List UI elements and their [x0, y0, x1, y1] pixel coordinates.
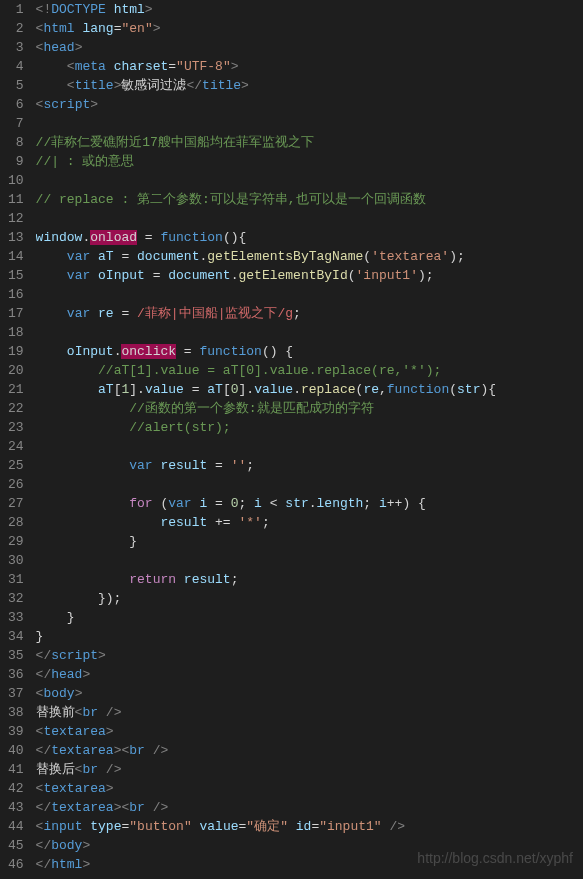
code-line[interactable]: <textarea> — [36, 722, 583, 741]
code-area[interactable]: <!DOCTYPE html><html lang="en"><head> <m… — [36, 0, 583, 874]
code-line[interactable]: </script> — [36, 646, 583, 665]
code-line[interactable] — [36, 171, 583, 190]
code-line[interactable]: }); — [36, 589, 583, 608]
code-line[interactable]: <!DOCTYPE html> — [36, 0, 583, 19]
code-line[interactable]: 替换前<br /> — [36, 703, 583, 722]
code-line[interactable] — [36, 285, 583, 304]
code-line[interactable]: var result = ''; — [36, 456, 583, 475]
code-line[interactable]: <input type="button" value="确定" id="inpu… — [36, 817, 583, 836]
code-line[interactable] — [36, 209, 583, 228]
code-line[interactable]: <title>敏感词过滤</title> — [36, 76, 583, 95]
code-line[interactable] — [36, 551, 583, 570]
code-line[interactable]: var oInput = document.getElementById('in… — [36, 266, 583, 285]
code-line[interactable]: </textarea><br /> — [36, 798, 583, 817]
code-line[interactable]: var re = /菲称|中国船|监视之下/g; — [36, 304, 583, 323]
code-line[interactable] — [36, 323, 583, 342]
code-line[interactable] — [36, 114, 583, 133]
watermark: http://blog.csdn.net/xyphf — [417, 849, 573, 868]
code-line[interactable] — [36, 437, 583, 456]
code-line[interactable]: return result; — [36, 570, 583, 589]
code-line[interactable]: </head> — [36, 665, 583, 684]
code-line[interactable]: // replace : 第二个参数:可以是字符串,也可以是一个回调函数 — [36, 190, 583, 209]
line-number-gutter: 1 2 3 4 5 6 7 8 9 10 11 12 13 14 15 16 1… — [0, 0, 36, 874]
code-line[interactable]: var aT = document.getElementsByTagName('… — [36, 247, 583, 266]
code-line[interactable]: //函数的第一个参数:就是匹配成功的字符 — [36, 399, 583, 418]
code-line[interactable]: 替换后<br /> — [36, 760, 583, 779]
code-line[interactable]: <body> — [36, 684, 583, 703]
code-line[interactable]: <script> — [36, 95, 583, 114]
code-line[interactable]: } — [36, 608, 583, 627]
code-line[interactable]: aT[1].value = aT[0].value.replace(re,fun… — [36, 380, 583, 399]
code-line[interactable]: } — [36, 532, 583, 551]
code-line[interactable]: </textarea><br /> — [36, 741, 583, 760]
code-line[interactable]: result += '*'; — [36, 513, 583, 532]
code-line[interactable]: for (var i = 0; i < str.length; i++) { — [36, 494, 583, 513]
code-line[interactable]: <html lang="en"> — [36, 19, 583, 38]
code-line[interactable]: oInput.onclick = function() { — [36, 342, 583, 361]
code-line[interactable]: window.onload = function(){ — [36, 228, 583, 247]
code-line[interactable]: } — [36, 627, 583, 646]
code-line[interactable] — [36, 475, 583, 494]
code-line[interactable]: //aT[1].value = aT[0].value.replace(re,'… — [36, 361, 583, 380]
code-line[interactable]: //alert(str); — [36, 418, 583, 437]
code-line[interactable]: <head> — [36, 38, 583, 57]
code-line[interactable]: <textarea> — [36, 779, 583, 798]
code-line[interactable]: //菲称仁爱礁附近17艘中国船均在菲军监视之下 — [36, 133, 583, 152]
code-line[interactable]: <meta charset="UTF-8"> — [36, 57, 583, 76]
code-line[interactable]: //| : 或的意思 — [36, 152, 583, 171]
